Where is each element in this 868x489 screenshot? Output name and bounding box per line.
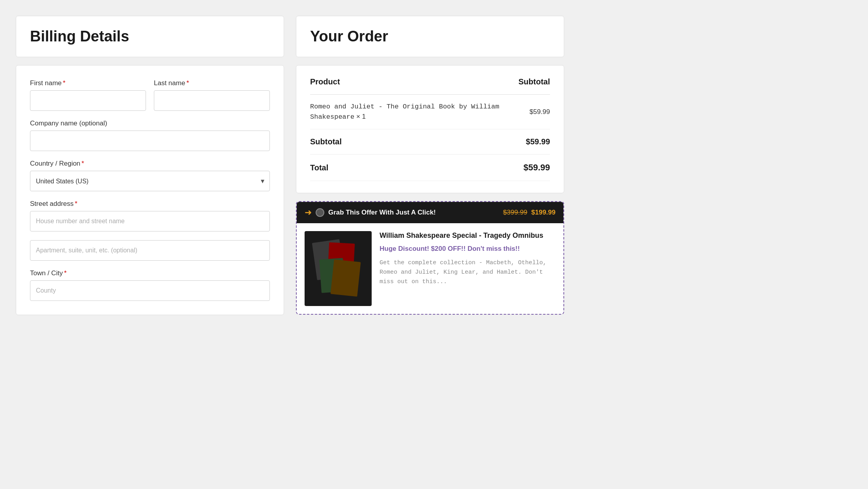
city-group: Town / City* xyxy=(30,269,270,301)
billing-section-header: Billing Details xyxy=(16,16,284,57)
city-input[interactable] xyxy=(30,280,270,301)
order-title: Your Order xyxy=(310,28,550,45)
subtotal-row: Subtotal $59.99 xyxy=(310,129,550,155)
billing-form-card: First name* Last name* Company name (opt… xyxy=(16,65,284,315)
first-name-group: First name* xyxy=(30,79,146,111)
upsell-product-image xyxy=(305,231,372,306)
street-input[interactable] xyxy=(30,211,270,231)
company-group: Company name (optional) xyxy=(30,119,270,151)
country-select[interactable]: United States (US) xyxy=(30,171,270,191)
country-required: * xyxy=(82,160,84,167)
apartment-group xyxy=(30,240,270,261)
upsell-text-content: William Shakespeare Special - Tragedy Om… xyxy=(380,231,556,306)
product-column-header: Product xyxy=(310,77,518,95)
subtotal-label: Subtotal xyxy=(310,129,518,155)
upsell-header: ➜ Grab This Offer With Just A Click! $39… xyxy=(297,202,563,223)
country-label: Country / Region* xyxy=(30,160,270,168)
last-name-label: Last name* xyxy=(154,79,270,87)
upsell-header-left: ➜ Grab This Offer With Just A Click! xyxy=(305,207,436,218)
upsell-old-price: $399.99 xyxy=(503,209,527,217)
apartment-input[interactable] xyxy=(30,240,270,261)
toggle-button[interactable] xyxy=(316,208,324,217)
last-name-input[interactable] xyxy=(154,90,270,111)
city-required: * xyxy=(64,269,67,277)
product-quantity: × 1 xyxy=(356,113,366,120)
first-name-label: First name* xyxy=(30,79,146,87)
street-required: * xyxy=(75,200,78,207)
street-label: Street address* xyxy=(30,200,270,208)
subtotal-column-header: Subtotal xyxy=(518,77,550,95)
total-value: $59.99 xyxy=(518,155,550,181)
first-name-required: * xyxy=(63,79,65,87)
order-card: Product Subtotal Romeo and Juliet - The … xyxy=(296,65,564,193)
upsell-prices: $399.99 $199.99 xyxy=(503,209,556,217)
last-name-required: * xyxy=(186,79,189,87)
upsell-title: Grab This Offer With Just A Click! xyxy=(328,209,436,217)
upsell-body: William Shakespeare Special - Tragedy Om… xyxy=(297,223,563,314)
city-label: Town / City* xyxy=(30,269,270,277)
subtotal-value: $59.99 xyxy=(518,129,550,155)
upsell-card: ➜ Grab This Offer With Just A Click! $39… xyxy=(296,201,564,315)
country-group: Country / Region* United States (US) ▾ xyxy=(30,160,270,191)
table-row: Romeo and Juliet - The Original Book by … xyxy=(310,95,550,129)
upsell-product-name: William Shakespeare Special - Tragedy Om… xyxy=(380,231,556,240)
arrow-right-icon: ➜ xyxy=(305,207,312,218)
first-name-input[interactable] xyxy=(30,90,146,111)
total-label: Total xyxy=(310,155,518,181)
street-group: Street address* xyxy=(30,200,270,231)
order-table: Product Subtotal Romeo and Juliet - The … xyxy=(310,77,550,181)
company-label: Company name (optional) xyxy=(30,119,270,127)
product-price: $59.99 xyxy=(518,95,550,129)
upsell-description: Get the complete collection - Macbeth, O… xyxy=(380,258,556,287)
last-name-group: Last name* xyxy=(154,79,270,119)
upsell-new-price: $199.99 xyxy=(531,209,556,217)
product-name: Romeo and Juliet - The Original Book by … xyxy=(310,103,499,121)
book-illustration-4 xyxy=(331,259,361,297)
order-section-header: Your Order xyxy=(296,16,564,57)
total-row: Total $59.99 xyxy=(310,155,550,181)
company-input[interactable] xyxy=(30,131,270,151)
country-select-wrapper: United States (US) ▾ xyxy=(30,171,270,191)
billing-title: Billing Details xyxy=(30,28,270,45)
upsell-discount-text: Huge Discount! $200 OFF!! Don't miss thi… xyxy=(380,244,556,254)
